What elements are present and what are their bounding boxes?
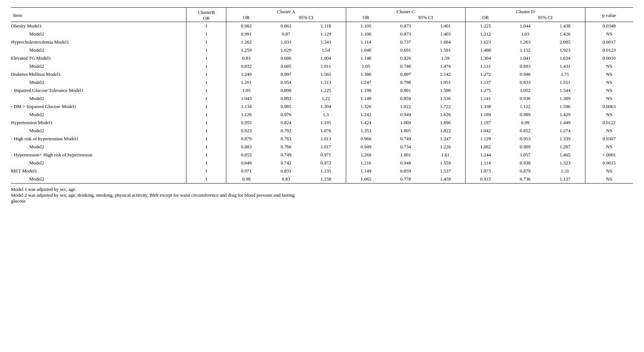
cell-cA-ci-upper: 1.011 (306, 62, 346, 70)
cell-cA-or: 0.849 (226, 159, 266, 167)
cell-cC-ci-upper: 1.61 (425, 151, 466, 159)
cell-cA-or: 0.955 (226, 119, 266, 127)
cell-cD-ci-lower: 0.893 (506, 62, 545, 70)
cell-pvalue: 0.0010 (585, 54, 633, 62)
cell-pvalue: NS (585, 175, 633, 184)
cell-clusterB-or: 1 (186, 175, 226, 184)
cell-cC-or: 1.106 (346, 30, 386, 38)
cell-pvalue: 0.0307 (585, 135, 633, 143)
cell-cC-or: 1.146 (346, 54, 386, 62)
cell-cC-ci-upper: 1.474 (425, 62, 466, 70)
cell-cA-or: 0.971 (226, 167, 266, 175)
cell-cD-ci-lower: 0.852 (506, 127, 545, 135)
cell-cD-or: 1.042 (466, 127, 506, 135)
cell-cC-or: 1.247 (346, 78, 386, 86)
cell-cA-or: 1.134 (226, 103, 266, 111)
cell-cA-ci-upper: 1.129 (306, 30, 346, 38)
cell-clusterB-or: 1 (186, 159, 226, 167)
cell-cD-or: 1.131 (466, 62, 506, 70)
cell-pvalue: NS (585, 86, 633, 95)
cell-cD-ci-upper: 1.339 (545, 135, 585, 143)
header-clusterB-or: ClusterBOR (186, 8, 226, 22)
cell-cA-ci-lower: 1.033 (266, 38, 306, 46)
cell-item: Model2 (11, 111, 186, 119)
cell-item: Model2 (11, 127, 186, 135)
table-row: - Hypertension+ High risk of hypertensio… (11, 151, 633, 159)
cell-item: Obesity Model1 (11, 22, 186, 30)
cell-cC-ci-lower: 0.798 (386, 78, 425, 86)
cell-item: MET Model1 (11, 167, 186, 175)
cell-cA-ci-upper: 1.304 (306, 103, 346, 111)
cell-cA-ci-lower: 0.686 (266, 54, 306, 62)
table-row: Hypertension Model110.9550.8241.1051.424… (11, 119, 633, 127)
cell-cD-ci-lower: 0.879 (506, 167, 545, 175)
cell-cD-ci-upper: 1.287 (545, 143, 585, 151)
cell-cC-or: 1.149 (346, 167, 386, 175)
cell-cA-or: 0.98 (226, 175, 266, 184)
cell-cA-ci-lower: 0.863 (266, 22, 306, 30)
cell-cC-or: 1.269 (346, 151, 386, 159)
cell-cC-or: 1.105 (346, 22, 386, 30)
cell-clusterB-or: 1 (186, 30, 226, 38)
cell-cC-ci-lower: 0.859 (386, 95, 425, 103)
cell-cD-ci-lower: 1.152 (506, 46, 545, 54)
cell-cD-ci-lower: 0.938 (506, 159, 545, 167)
cell-cA-ci-upper: 1.543 (306, 38, 346, 46)
cell-cC-ci-upper: 1.684 (425, 38, 466, 46)
table-row: Model211.1260.9761.31.2420.9491.6261.189… (11, 111, 633, 119)
cell-cC-ci-upper: 1.459 (425, 175, 466, 184)
cell-cA-or: 0.832 (226, 62, 266, 70)
cell-clusterB-or: 1 (186, 127, 226, 135)
cell-item: Model2 (11, 46, 186, 54)
cell-cD-ci-upper: 1.426 (545, 30, 585, 38)
cell-cC-or: 1.353 (346, 127, 386, 135)
cell-cA-or: 0.991 (226, 30, 266, 38)
cell-cD-or: 1.244 (466, 151, 506, 159)
table-row: MET Model110.9710.8311.1351.1490.8591.53… (11, 167, 633, 175)
cell-cC-ci-upper: 1.226 (425, 143, 466, 151)
cell-item: Model2 (11, 30, 186, 38)
cell-item: Model2 (11, 62, 186, 70)
table-row: - DM + Impaired Glucose Model111.1340.98… (11, 103, 633, 111)
cell-item: Model2 (11, 95, 186, 103)
footnote-1: Model 1 was adjusted by sex, age. (11, 186, 633, 192)
header-cC-ci: 95% CI (386, 15, 466, 22)
cell-cC-ci-upper: 1.596 (425, 86, 466, 95)
cell-cD-or: 1.073 (466, 167, 506, 175)
cell-cA-ci-lower: 0.976 (266, 111, 306, 119)
cell-cC-ci-upper: 1.822 (425, 127, 466, 135)
cell-cA-or: 1.259 (226, 46, 266, 54)
cell-cD-ci-lower: 0.946 (506, 70, 545, 78)
cell-cA-ci-lower: 0.749 (266, 151, 306, 159)
cell-cD-or: 1.338 (466, 103, 506, 111)
cell-cA-ci-upper: 0.972 (306, 159, 346, 167)
cell-cD-or: 1.488 (466, 46, 506, 54)
header-pvalue: p value (585, 8, 633, 22)
cell-cC-ci-upper: 1.896 (425, 119, 466, 127)
cell-cA-or: 0.923 (226, 127, 266, 135)
table-row: Diabetes Mellitus Model111.2490.9971.565… (11, 70, 633, 78)
cell-cD-ci-lower: 1.057 (506, 151, 545, 159)
cell-cC-ci-lower: 1.069 (386, 119, 425, 127)
cell-cA-ci-lower: 0.742 (266, 159, 306, 167)
cell-cA-ci-upper: 1.017 (306, 143, 346, 151)
cell-cA-or: 1.201 (226, 78, 266, 86)
cell-pvalue: 0.0348 (585, 22, 633, 30)
header-cC-or: OR (346, 15, 386, 22)
table-row: Model211.2591.0291.541.0480.6911.5911.48… (11, 46, 633, 54)
cell-cA-ci-upper: 1.105 (306, 119, 346, 127)
cell-pvalue: NS (585, 62, 633, 70)
cell-cD-ci-lower: 1.041 (506, 54, 545, 62)
cell-cD-ci-lower: 0.989 (506, 111, 545, 119)
cell-cA-ci-lower: 0.985 (266, 103, 306, 111)
cell-cD-ci-upper: 1.429 (545, 111, 585, 119)
cell-cA-ci-upper: 1.54 (306, 46, 346, 54)
cell-cC-or: 1.149 (346, 95, 386, 103)
cell-cC-or: 1.048 (346, 46, 386, 54)
table-row: Model210.8320.6851.0111.050.7481.4741.13… (11, 62, 633, 70)
cell-cD-ci-upper: 1.923 (545, 46, 585, 54)
cell-cD-ci-upper: 1.551 (545, 78, 585, 86)
header-cA-or: OR (226, 15, 266, 22)
table-row: Model210.8490.7420.9721.2160.9481.5591.1… (11, 159, 633, 167)
cell-cA-or: 0.83 (226, 54, 266, 62)
